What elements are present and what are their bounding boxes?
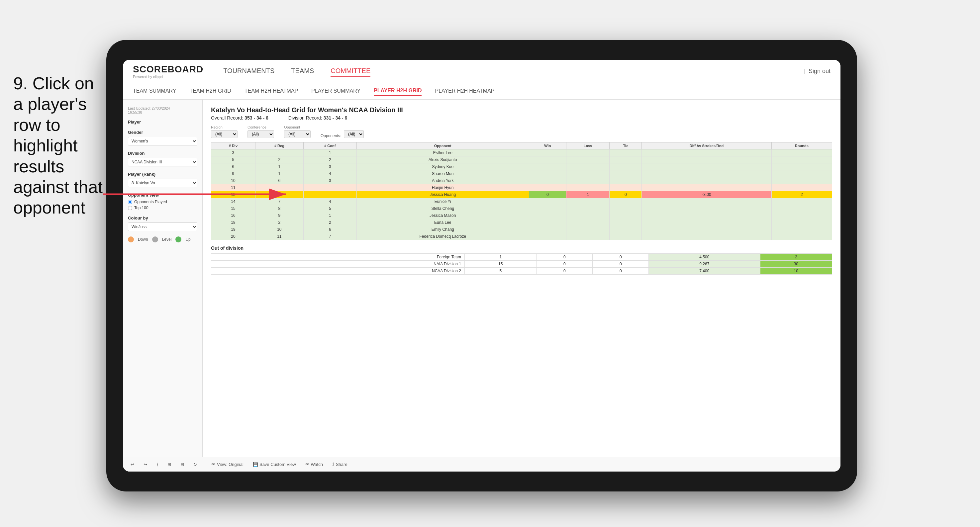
table-cell: 20 — [211, 233, 256, 240]
table-cell — [642, 205, 772, 212]
col-header-win: Win — [529, 143, 566, 149]
opponents-filter-group: Opponents: (All) — [321, 130, 364, 138]
player-rank-select[interactable]: 8. Katelyn Vo — [128, 179, 197, 187]
table-cell — [772, 177, 832, 184]
table-row[interactable]: 131Jessica Huang010-3.002 — [211, 191, 832, 198]
opponent-top100-radio[interactable] — [128, 206, 132, 210]
out-table-cell: NCAA Division 2 — [211, 268, 465, 275]
sub-nav-player-h2h-grid[interactable]: PLAYER H2H GRID — [374, 86, 422, 96]
sub-nav-player-summary[interactable]: PLAYER SUMMARY — [311, 86, 360, 96]
sub-nav-team-h2h-grid[interactable]: TEAM H2H GRID — [189, 86, 231, 96]
table-cell — [609, 212, 642, 219]
table-cell — [772, 163, 832, 170]
col-header-div: # Div — [211, 143, 256, 149]
table-cell — [642, 177, 772, 184]
table-cell — [529, 219, 566, 226]
table-cell — [255, 184, 303, 191]
table-cell: 11 — [211, 184, 256, 191]
out-of-division-table: Foreign Team1004.5002NAIA Division 11500… — [211, 253, 832, 275]
table-cell: 6 — [255, 177, 303, 184]
table-row[interactable]: 20117Federica Domecq Lacroze — [211, 233, 832, 240]
device-screen: SCOREBOARD Powered by clippd TOURNAMENTS… — [123, 60, 840, 471]
logo-sub: Powered by clippd — [133, 75, 203, 79]
table-cell — [642, 212, 772, 219]
nav-tournaments[interactable]: TOURNAMENTS — [223, 65, 274, 77]
table-cell — [303, 184, 356, 191]
sidebar-player-rank: Player (Rank) 8. Katelyn Vo — [128, 172, 197, 187]
table-row[interactable]: 522Alexis Sudjianto — [211, 156, 832, 163]
table-cell — [529, 226, 566, 233]
opponent-opponents-radio[interactable] — [128, 200, 132, 204]
table-row[interactable]: 11Haejin Hyun — [211, 184, 832, 191]
table-cell — [642, 163, 772, 170]
table-row[interactable]: 914Sharon Mun — [211, 170, 832, 177]
share-label: Share — [336, 462, 347, 467]
forward-btn[interactable]: ⟩ — [154, 461, 161, 468]
table-cell — [566, 156, 609, 163]
redo-btn[interactable]: ↪ — [141, 461, 150, 468]
table-cell — [566, 212, 609, 219]
sign-out-btn[interactable]: Sign out — [808, 68, 830, 75]
conference-filter-select[interactable]: (All) — [248, 130, 274, 138]
table-cell: Alexis Sudjianto — [356, 156, 529, 163]
gender-select[interactable]: Women's — [128, 137, 197, 146]
paste-btn[interactable]: ⊟ — [178, 461, 186, 468]
table-cell: 6 — [211, 163, 256, 170]
table-cell — [609, 226, 642, 233]
device-frame: SCOREBOARD Powered by clippd TOURNAMENTS… — [106, 40, 857, 492]
filter-region: Region (All) — [211, 125, 237, 138]
table-row[interactable]: 1585Stella Cheng — [211, 205, 832, 212]
table-cell — [566, 205, 609, 212]
table-cell: 19 — [211, 226, 256, 233]
table-cell: 4 — [303, 198, 356, 205]
table-row[interactable]: 1691Jessica Mason — [211, 212, 832, 219]
table-cell — [529, 177, 566, 184]
table-cell: 11 — [255, 233, 303, 240]
out-table-cell: NAIA Division 1 — [211, 261, 465, 268]
division-select[interactable]: NCAA Division III — [128, 158, 197, 167]
table-row[interactable]: 1474Eunice Yi — [211, 198, 832, 205]
table-row[interactable]: 1822Euna Lee — [211, 219, 832, 226]
nav-teams[interactable]: TEAMS — [291, 65, 314, 77]
sidebar: Last Updated: 27/03/2024 16:55:38 Player… — [123, 100, 203, 457]
opponent-filter-select[interactable]: (All) — [284, 130, 310, 138]
opponents-filter-select[interactable]: (All) — [344, 130, 364, 138]
view-original-btn[interactable]: 👁 View: Original — [209, 461, 246, 468]
refresh-btn[interactable]: ↻ — [191, 461, 199, 468]
watch-icon: 👁 — [305, 462, 310, 467]
table-cell — [529, 205, 566, 212]
legend-level-circle — [152, 237, 158, 243]
overall-record-label-text: Overall Record: — [211, 115, 243, 121]
table-cell — [772, 233, 832, 240]
undo-btn[interactable]: ↩ — [128, 461, 137, 468]
save-custom-icon: 💾 — [253, 462, 258, 467]
out-table-cell: 5 — [465, 268, 536, 275]
table-cell — [529, 212, 566, 219]
colour-by-select[interactable]: Win/loss — [128, 222, 197, 231]
sub-nav-team-summary[interactable]: TEAM SUMMARY — [133, 86, 176, 96]
table-cell — [566, 177, 609, 184]
watch-btn[interactable]: 👁 Watch — [303, 461, 325, 468]
legend-down-circle — [128, 237, 134, 243]
out-table-cell: 0 — [593, 268, 649, 275]
region-filter-select[interactable]: (All) — [211, 130, 237, 138]
share-btn[interactable]: ⤴ Share — [330, 461, 350, 468]
save-custom-btn[interactable]: 💾 Save Custom View — [250, 461, 298, 468]
table-cell — [642, 149, 772, 156]
copy-btn[interactable]: ⊞ — [165, 461, 173, 468]
table-cell: 1 — [303, 212, 356, 219]
table-cell — [642, 184, 772, 191]
sub-nav-player-h2h-heatmap[interactable]: PLAYER H2H HEATMAP — [435, 86, 494, 96]
out-of-division-title: Out of division — [211, 245, 832, 251]
table-row[interactable]: 613Sydney Kuo — [211, 163, 832, 170]
table-cell — [529, 184, 566, 191]
table-row[interactable]: 1063Andrea York — [211, 177, 832, 184]
sub-nav-team-h2h-heatmap[interactable]: TEAM H2H HEATMAP — [245, 86, 298, 96]
table-cell: 13 — [211, 191, 256, 198]
nav-committee[interactable]: COMMITTEE — [331, 65, 371, 77]
table-row[interactable]: 19106Emily Chang — [211, 226, 832, 233]
table-cell — [642, 156, 772, 163]
table-cell: 10 — [255, 226, 303, 233]
table-row[interactable]: 31Esther Lee — [211, 149, 832, 156]
logo: SCOREBOARD — [133, 64, 203, 75]
